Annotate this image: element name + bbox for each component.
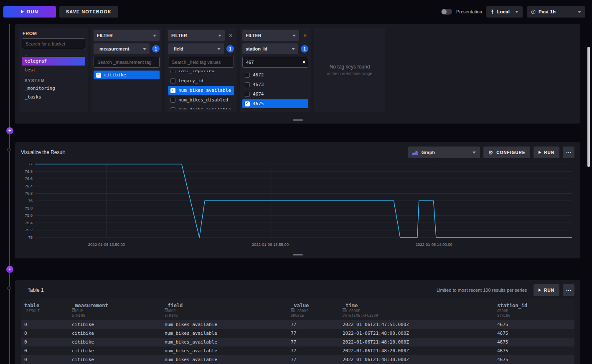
remove-filter-button[interactable]: ×	[302, 33, 308, 38]
toolbar-right-group: Presentation Local Past 1h	[441, 6, 585, 18]
save-notebook-button[interactable]: SAVE NOTEBOOK	[59, 6, 118, 18]
bucket-item[interactable]: telegraf	[22, 57, 85, 66]
filter-option[interactable]: 4676	[242, 109, 308, 109]
cell-marker-icon[interactable]	[7, 148, 11, 152]
table-cell: 0	[21, 355, 69, 364]
play-icon	[539, 151, 541, 154]
remove-filter-button[interactable]: ×	[227, 33, 234, 38]
tag-value-search-input[interactable]	[242, 57, 308, 68]
filter-card-station-id: FILTER × station_id 1 × 4672467346744675…	[240, 28, 311, 112]
results-table: table_RESULT_measurementGROUPSTRING_fiel…	[21, 299, 574, 364]
gear-icon: ⚙	[488, 149, 494, 156]
table-cell: 2022-01-06T21:48:10.000Z	[339, 338, 494, 346]
filter-type-dropdown[interactable]: FILTER	[168, 30, 225, 41]
filter-option[interactable]: 4672	[242, 71, 308, 79]
table-cell: 4675	[494, 346, 574, 355]
filter-card-field: FILTER × _field 1 last_reportedlegacy_id…	[165, 28, 236, 112]
run-notebook-button[interactable]: RUN	[3, 6, 56, 18]
bucket-item[interactable]: test	[22, 66, 85, 74]
presentation-toggle[interactable]	[441, 9, 452, 15]
checkbox-checked-icon[interactable]	[245, 101, 250, 106]
add-cell-button[interactable]: +	[6, 266, 13, 273]
chart-canvas[interactable]: 7575.275.475.675.87676.276.476.676.87720…	[21, 161, 574, 251]
filter-option[interactable]: citibike	[94, 71, 160, 79]
filter-option[interactable]: num_bikes_available	[168, 86, 234, 95]
configure-button[interactable]: ⚙ CONFIGURE	[483, 147, 531, 158]
cell-marker-icon[interactable]	[7, 286, 11, 290]
bucket-item[interactable]: _monitoring	[22, 84, 85, 93]
filter-option[interactable]: num_bikes_disabled	[168, 96, 234, 104]
table-cell: num_bikes_available	[161, 346, 287, 355]
view-type-dropdown[interactable]: Graph	[408, 147, 480, 158]
filter-option[interactable]: 4675	[242, 99, 308, 108]
svg-text:75.4: 75.4	[25, 220, 33, 225]
table-cell: 2022-01-06T21:47:51.000Z	[339, 320, 494, 329]
filter-option[interactable]: last_reported	[168, 71, 234, 76]
cell-options-button[interactable]: ⋯	[563, 284, 574, 296]
tag-key-dropdown[interactable]: _field	[168, 43, 224, 54]
svg-text:2022-01-06 14:00:00: 2022-01-06 14:00:00	[416, 242, 452, 247]
tag-key-dropdown[interactable]: station_id	[242, 43, 298, 54]
filter-type-dropdown[interactable]: FILTER	[242, 30, 299, 41]
checkbox-icon[interactable]	[170, 107, 175, 110]
bucket-item[interactable]: .	[22, 52, 85, 57]
play-icon	[21, 10, 24, 13]
table-cell: num_bikes_available	[161, 338, 287, 346]
filter-option[interactable]: 4674	[242, 90, 308, 99]
table-cell: 4675	[494, 355, 574, 364]
cell-options-button[interactable]: ⋯	[563, 147, 574, 158]
table-cell: citibike	[69, 355, 161, 364]
filter-card-header: FILTER ×	[242, 30, 308, 41]
filter-option[interactable]: num_docks_available	[168, 105, 234, 109]
selected-count-badge: 1	[226, 45, 234, 53]
column-header-_measurement: _measurementGROUPSTRING	[69, 303, 161, 318]
svg-text:76.4: 76.4	[25, 184, 33, 188]
checkbox-icon[interactable]	[245, 109, 250, 109]
tag-value-search-input[interactable]	[94, 57, 160, 68]
scope-dropdown[interactable]: Local	[486, 6, 523, 18]
checkbox-checked-icon[interactable]	[170, 88, 175, 93]
configure-label: CONFIGURE	[496, 150, 525, 155]
filter-option-label: num_bikes_available	[178, 88, 231, 93]
filter-option-label: legacy_id	[178, 78, 203, 83]
filter-card-header: FILTER	[94, 30, 160, 41]
checkbox-icon[interactable]	[170, 78, 175, 83]
bucket-search-input[interactable]	[22, 38, 85, 49]
table-row: 0citibikenum_bikes_available772022-01-06…	[21, 320, 574, 329]
checkbox-icon[interactable]	[170, 71, 175, 73]
run-cell-button[interactable]: RUN	[534, 147, 559, 158]
chevron-down-icon	[143, 48, 146, 50]
table-cell: 77	[287, 346, 339, 355]
notebook-rail-line	[9, 24, 10, 364]
checkbox-icon[interactable]	[245, 73, 250, 78]
tag-key-dropdown[interactable]: _measurement	[94, 43, 150, 54]
checkbox-icon[interactable]	[245, 92, 250, 97]
run-cell-button[interactable]: RUN	[534, 284, 559, 296]
time-range-dropdown[interactable]: Past 1h	[527, 6, 585, 18]
chevron-down-icon	[217, 48, 221, 50]
filter-type-label: FILTER	[171, 33, 187, 38]
line-chart[interactable]: 7575.275.475.675.87676.276.476.676.87720…	[21, 161, 574, 253]
table-header: table_RESULT_measurementGROUPSTRING_fiel…	[21, 299, 574, 320]
clear-search-icon[interactable]: ×	[302, 59, 305, 66]
column-header-station_id: station_idGROUPSTRING	[494, 303, 574, 318]
panel-resize-handle[interactable]	[293, 254, 303, 255]
graph-type-icon	[412, 150, 418, 155]
checkbox-icon[interactable]	[170, 98, 175, 103]
checkbox-checked-icon[interactable]	[96, 73, 101, 78]
filter-option[interactable]: legacy_id	[168, 76, 234, 85]
checkbox-icon[interactable]	[245, 82, 250, 87]
table-cell: num_bikes_available	[161, 355, 287, 364]
filter-type-dropdown[interactable]: FILTER	[94, 30, 160, 41]
add-cell-button[interactable]: +	[6, 127, 13, 134]
tag-value-search-input[interactable]	[168, 57, 234, 68]
svg-text:75.6: 75.6	[25, 213, 33, 217]
run-cell-label: RUN	[544, 288, 554, 293]
vertical-scrollbar[interactable]	[587, 47, 590, 167]
panel-resize-handle[interactable]	[293, 119, 303, 121]
bucket-item[interactable]: _tasks	[22, 93, 85, 101]
selected-count-badge: 1	[301, 45, 308, 53]
filter-option[interactable]: 4673	[242, 80, 308, 89]
tag-key-label: station_id	[246, 46, 267, 51]
tag-value-list: 46724673467446754676	[242, 70, 308, 109]
